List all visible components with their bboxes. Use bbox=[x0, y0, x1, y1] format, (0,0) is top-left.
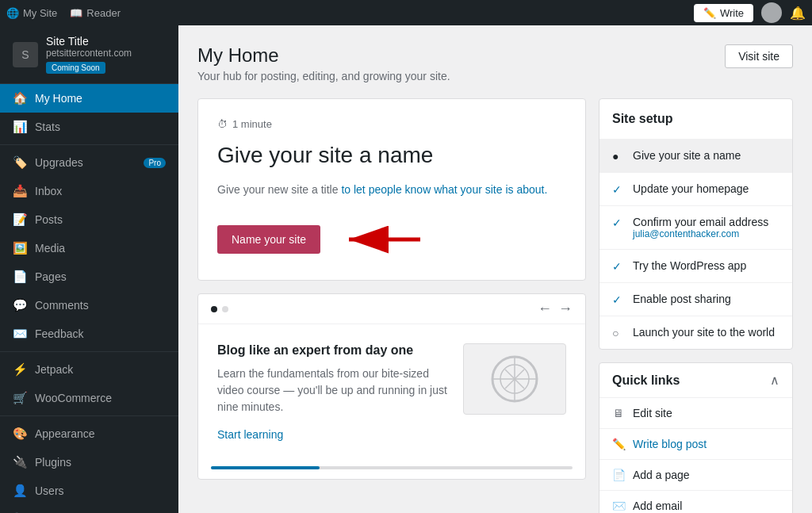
reader-icon: 📖 bbox=[70, 7, 82, 19]
link-text[interactable]: to let people know what your site is abo… bbox=[341, 183, 547, 196]
woocommerce-icon: 🛒 bbox=[13, 391, 27, 405]
blog-card-content: Blog like an expert from day one Learn t… bbox=[217, 343, 450, 441]
upgrades-icon: 🏷️ bbox=[13, 155, 27, 170]
sidebar-item-plugins[interactable]: 🔌 Plugins bbox=[0, 448, 178, 477]
email-icon: ✉️ bbox=[612, 500, 625, 512]
setup-item-launch-site[interactable]: ○ Launch your site to the world bbox=[599, 316, 792, 349]
sidebar-item-posts[interactable]: 📝 Posts bbox=[0, 205, 178, 234]
topbar-my-site[interactable]: 🌐 My Site bbox=[6, 7, 57, 19]
bullet-icon: ● bbox=[612, 150, 625, 163]
sidebar-item-feedback[interactable]: ✉️ Feedback bbox=[0, 320, 178, 348]
quick-link-add-email[interactable]: ✉️ Add email bbox=[599, 491, 792, 513]
setup-item-label: Give your site a name bbox=[633, 149, 741, 162]
pencil-icon: ✏️ bbox=[703, 7, 716, 19]
sidebar-item-tools[interactable]: 🔧 Tools bbox=[0, 505, 178, 513]
page-title: My Home bbox=[197, 44, 450, 67]
plugins-icon: 🔌 bbox=[13, 455, 27, 469]
inbox-icon: 📥 bbox=[13, 184, 27, 198]
sidebar-item-woocommerce[interactable]: 🛒 WooCommerce bbox=[0, 384, 178, 412]
nav-divider-1 bbox=[0, 144, 178, 145]
visit-site-button[interactable]: Visit site bbox=[725, 44, 793, 68]
monitor-icon: 🖥 bbox=[612, 407, 625, 419]
setup-item-label-confirm-email: Confirm your email address bbox=[633, 216, 768, 228]
site-setup-card: Site setup ● Give your site a name ✓ Upd… bbox=[599, 98, 793, 350]
collapse-quick-links-button[interactable]: ∧ bbox=[770, 373, 779, 388]
quick-link-edit-site[interactable]: 🖥 Edit site bbox=[599, 398, 792, 429]
arrow-svg bbox=[333, 217, 428, 261]
check-icon-1: ✓ bbox=[612, 183, 625, 196]
quick-links-title: Quick links bbox=[612, 373, 680, 388]
media-icon: 🖼️ bbox=[13, 241, 27, 255]
jetpack-icon: ⚡ bbox=[13, 362, 27, 377]
site-setup-title: Site setup bbox=[599, 99, 792, 140]
coming-soon-badge: Coming Soon bbox=[46, 62, 105, 74]
sidebar-item-media[interactable]: 🖼️ Media bbox=[0, 234, 178, 262]
quick-link-add-page[interactable]: 📄 Add a page bbox=[599, 460, 792, 491]
blog-card-image bbox=[463, 343, 566, 415]
two-col-layout: ⏱ 1 minute Give your site a name Give yo… bbox=[197, 98, 793, 513]
card-arrows: ← → bbox=[538, 301, 573, 317]
sidebar-item-jetpack[interactable]: ⚡ Jetpack bbox=[0, 355, 178, 384]
write-button[interactable]: ✏️ Write bbox=[694, 4, 753, 22]
topbar: 🌐 My Site 📖 Reader ✏️ Write 🔔 bbox=[0, 0, 812, 25]
home-icon: 🏠 bbox=[13, 91, 27, 105]
quick-link-label-add-email: Add email bbox=[633, 500, 682, 512]
progress-bar-container bbox=[198, 460, 585, 479]
card-description: Give your new site a title to let people… bbox=[217, 181, 566, 198]
card-navigation: ← → bbox=[198, 294, 585, 324]
sidebar-item-stats[interactable]: 📊 Stats bbox=[0, 113, 178, 141]
setup-item-try-wp-app[interactable]: ✓ Try the WordPress app bbox=[599, 250, 792, 283]
clock-icon: ⏱ bbox=[217, 118, 228, 130]
sidebar-item-users[interactable]: 👤 Users bbox=[0, 477, 178, 505]
sidebar-item-my-home[interactable]: 🏠 My Home bbox=[0, 84, 178, 113]
sidebar: S Site Title petsittercontent.com Coming… bbox=[0, 25, 178, 513]
site-name: Site Title bbox=[46, 35, 132, 48]
pro-badge: Pro bbox=[144, 158, 166, 168]
page-subtitle: Your hub for posting, editing, and growi… bbox=[197, 70, 450, 82]
main-layout: S Site Title petsittercontent.com Coming… bbox=[0, 25, 812, 513]
quick-link-label-write-blog: Write blog post bbox=[633, 438, 707, 450]
prev-arrow-button[interactable]: ← bbox=[538, 301, 552, 317]
edit-icon: ✏️ bbox=[612, 438, 625, 450]
card-title: Give your site a name bbox=[217, 143, 566, 168]
site-avatar: S bbox=[13, 42, 38, 67]
avatar[interactable] bbox=[761, 2, 782, 23]
time-indicator: ⏱ 1 minute bbox=[217, 118, 566, 130]
arrow-indicator bbox=[333, 217, 428, 261]
quick-link-write-blog[interactable]: ✏️ Write blog post bbox=[599, 429, 792, 460]
quick-link-label-edit-site: Edit site bbox=[633, 407, 672, 419]
setup-item-enable-sharing[interactable]: ✓ Enable post sharing bbox=[599, 283, 792, 316]
next-arrow-button[interactable]: → bbox=[558, 301, 573, 317]
sidebar-item-inbox[interactable]: 📥 Inbox bbox=[0, 177, 178, 205]
sidebar-item-pages[interactable]: 📄 Pages bbox=[0, 262, 178, 291]
setup-item-confirm-email[interactable]: ✓ Confirm your email address julia@conte… bbox=[599, 206, 792, 250]
sidebar-item-upgrades[interactable]: 🏷️ Upgrades Pro bbox=[0, 148, 178, 177]
my-site-label: My Site bbox=[23, 7, 57, 19]
appearance-icon: 🎨 bbox=[13, 427, 27, 441]
content-area: My Home Your hub for posting, editing, a… bbox=[178, 25, 812, 513]
right-panel: Site setup ● Give your site a name ✓ Upd… bbox=[599, 98, 793, 513]
topbar-reader[interactable]: 📖 Reader bbox=[70, 7, 121, 19]
start-learning-link[interactable]: Start learning bbox=[217, 428, 283, 441]
my-site-icon: 🌐 bbox=[6, 7, 19, 19]
name-your-site-button[interactable]: Name your site bbox=[217, 225, 320, 254]
progress-bar bbox=[211, 466, 573, 469]
give-site-name-card: ⏱ 1 minute Give your site a name Give yo… bbox=[197, 98, 586, 281]
check-icon-3: ✓ bbox=[612, 260, 625, 273]
page-icon: 📄 bbox=[612, 469, 625, 481]
content-inner: My Home Your hub for posting, editing, a… bbox=[178, 25, 812, 513]
setup-item-update-homepage[interactable]: ✓ Update your homepage bbox=[599, 173, 792, 206]
sidebar-item-appearance[interactable]: 🎨 Appearance bbox=[0, 419, 178, 448]
users-icon: 👤 bbox=[13, 484, 27, 498]
comments-icon: 💬 bbox=[13, 298, 27, 312]
sidebar-item-comments[interactable]: 💬 Comments bbox=[0, 291, 178, 320]
setup-item-label-wp-app: Try the WordPress app bbox=[633, 259, 746, 272]
nav-divider-2 bbox=[0, 351, 178, 352]
setup-item-give-name[interactable]: ● Give your site a name bbox=[599, 140, 792, 173]
quick-links-header: Quick links ∧ bbox=[599, 363, 792, 398]
setup-item-label-launch: Launch your site to the world bbox=[633, 326, 775, 339]
notifications-icon[interactable]: 🔔 bbox=[790, 6, 806, 21]
site-info: S Site Title petsittercontent.com Coming… bbox=[0, 25, 178, 84]
circle-icon: ○ bbox=[612, 327, 625, 339]
page-header: My Home Your hub for posting, editing, a… bbox=[197, 44, 793, 82]
